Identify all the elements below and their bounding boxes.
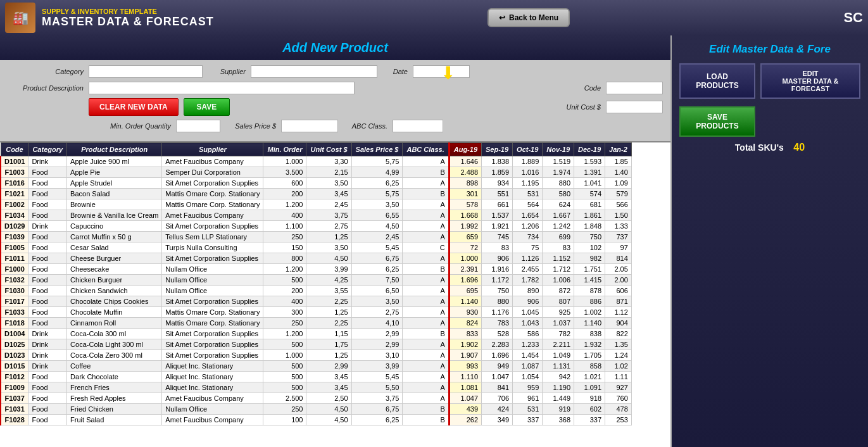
form-row-4: Min. Order Quantity Sales Price $ ABC Cl… bbox=[8, 120, 663, 132]
table-body: D1001DrinkApple Juice 900 mlAmet Faucibu… bbox=[1, 156, 631, 425]
table-row: F1005FoodCesar SaladTurpis Nulla Consult… bbox=[1, 242, 631, 253]
col-min-order: Min. Order bbox=[263, 143, 306, 156]
table-row: D1004DrinkCoca-Cola 300 mlSit Amet Corpo… bbox=[1, 329, 631, 339]
back-arrow-icon: ↩ bbox=[499, 13, 505, 22]
col-oct19: Oct-19 bbox=[513, 143, 543, 156]
col-jan2: Jan-2 bbox=[605, 143, 632, 156]
col-code: Code bbox=[1, 143, 28, 156]
form-row-1: Category Supplier Date bbox=[8, 65, 663, 78]
load-products-button[interactable]: LOAD PRODUCTS bbox=[679, 63, 755, 99]
table-row: F1016FoodApple StrudelSit Amet Corporati… bbox=[1, 178, 631, 189]
app-header: 🏭 SUPPLY & INVENTORY TEMPLATE MASTER DAT… bbox=[0, 0, 868, 35]
edit-panel-title: Edit Master Data & Fore bbox=[679, 43, 860, 56]
col-abc-class: ABC Class. bbox=[403, 143, 449, 156]
products-table: Code Category Product Description Suppli… bbox=[0, 142, 632, 425]
supplier-input[interactable] bbox=[251, 65, 377, 78]
table-row: F1037FoodFresh Red ApplesAmet Faucibus C… bbox=[1, 393, 631, 404]
table-row: F1034FoodBrownie & Vanilla Ice CreamAmet… bbox=[1, 210, 631, 221]
left-panel: Add New Product ⬇ Category Supplier Date… bbox=[0, 35, 672, 447]
col-nov19: Nov-19 bbox=[543, 143, 574, 156]
unit-cost-input[interactable] bbox=[606, 101, 663, 113]
unit-cost-label: Unit Cost $ bbox=[550, 103, 601, 111]
form-row-2: Product Description Code bbox=[8, 82, 663, 94]
sales-price-input[interactable] bbox=[281, 120, 338, 132]
table-row: D1001DrinkApple Juice 900 mlAmet Faucibu… bbox=[1, 156, 631, 167]
col-aug19: Aug-19 bbox=[449, 143, 481, 156]
table-row: D1023DrinkCoca-Cola Zero 300 mlSit Amet … bbox=[1, 350, 631, 361]
edit-master-data-button[interactable]: EDIT MASTER DATA & FORECAST bbox=[760, 63, 860, 99]
products-table-container[interactable]: Code Category Product Description Suppli… bbox=[0, 142, 670, 447]
total-skus-value: 40 bbox=[793, 142, 805, 153]
min-order-input[interactable] bbox=[176, 120, 220, 132]
table-header: Code Category Product Description Suppli… bbox=[1, 143, 631, 156]
table-row: D1015DrinkCoffeeAliquet Inc. Stationary5… bbox=[1, 361, 631, 372]
code-label: Code bbox=[572, 84, 601, 92]
supplier-label: Supplier bbox=[208, 68, 246, 75]
table-row: D1029DrinkCapuccinoSit Amet Corporation … bbox=[1, 221, 631, 232]
table-row: F1003FoodApple PieSemper Dui Corporation… bbox=[1, 167, 631, 178]
sales-price-label: Sales Price $ bbox=[225, 122, 276, 130]
header-center: ↩ Back to Menu bbox=[214, 8, 844, 27]
table-row: F1028FoodFruit SaladAmet Faucibus Compan… bbox=[1, 415, 631, 425]
table-row: F1033FoodChocolate MuffinMattis Ornare C… bbox=[1, 307, 631, 318]
abc-class-label: ABC Class. bbox=[343, 122, 387, 130]
main-container: Add New Product ⬇ Category Supplier Date… bbox=[0, 35, 868, 447]
table-row: F1018FoodCinnamon RollMattis Ornare Corp… bbox=[1, 318, 631, 329]
total-skus-row: Total SKU's 40 bbox=[679, 142, 860, 153]
code-input[interactable] bbox=[606, 82, 663, 94]
category-input[interactable] bbox=[89, 65, 203, 78]
table-row: F1000FoodCheesecakeNullam Office1.2003,9… bbox=[1, 264, 631, 275]
col-dec19: Dec-19 bbox=[574, 143, 605, 156]
col-sep19: Sep-19 bbox=[482, 143, 513, 156]
date-label: Date bbox=[382, 68, 408, 75]
product-desc-input[interactable] bbox=[89, 82, 355, 94]
form-row-3: CLEAR NEW DATA SAVE Unit Cost $ bbox=[8, 98, 663, 116]
col-sales-price: Sales Price $ bbox=[351, 143, 403, 156]
table-row: F1030FoodChicken SandwichNullam Office20… bbox=[1, 286, 631, 296]
product-desc-label: Product Description bbox=[8, 84, 84, 92]
table-row: F1031FoodFried ChickenNullam Office2504,… bbox=[1, 404, 631, 415]
right-panel: Edit Master Data & Fore LOAD PRODUCTS ED… bbox=[672, 35, 868, 447]
table-row: F1017FoodChocolate Chips CookiesSit Amet… bbox=[1, 296, 631, 307]
abc-class-input[interactable] bbox=[393, 120, 443, 132]
save-button[interactable]: SAVE bbox=[184, 98, 230, 116]
table-row: F1012FoodDark ChocolateAliquet Inc. Stat… bbox=[1, 372, 631, 382]
add-product-form: ⬇ Category Supplier Date Product Descrip… bbox=[0, 60, 670, 142]
table-row: F1032FoodChicken BurguerNullam Office500… bbox=[1, 275, 631, 286]
sc-label: SC bbox=[843, 9, 863, 26]
top-buttons-row: LOAD PRODUCTS EDIT MASTER DATA & FORECAS… bbox=[679, 63, 860, 99]
arrow-down-icon: ⬇ bbox=[441, 63, 455, 84]
clear-data-button[interactable]: CLEAR NEW DATA bbox=[89, 98, 179, 116]
col-unit-cost: Unit Cost $ bbox=[306, 143, 351, 156]
total-skus-label: Total SKU's bbox=[735, 142, 784, 153]
table-row: F1021FoodBacon SaladMattis Ornare Corp. … bbox=[1, 189, 631, 199]
table-row: D1025DrinkCoca-Cola Light 300 mlSit Amet… bbox=[1, 339, 631, 350]
table-row: F1009FoodFrench FriesAliquet Inc. Statio… bbox=[1, 382, 631, 393]
table-row: F1011FoodCheese BurguerSit Amet Corporat… bbox=[1, 253, 631, 264]
header-title: SUPPLY & INVENTORY TEMPLATE MASTER DATA … bbox=[42, 8, 214, 28]
col-category: Category bbox=[28, 143, 67, 156]
min-order-label: Min. Order Quantity bbox=[89, 122, 171, 130]
back-to-menu-button[interactable]: ↩ Back to Menu bbox=[487, 8, 570, 27]
app-logo: 🏭 bbox=[5, 3, 35, 33]
save-products-button[interactable]: SAVE PRODUCTS bbox=[679, 106, 755, 137]
table-row: F1039FoodCarrot Muffin x 50 gTellus Sem … bbox=[1, 232, 631, 242]
table-row: F1002FoodBrownieMattis Ornare Corp. Stat… bbox=[1, 199, 631, 210]
add-product-title: Add New Product bbox=[0, 35, 670, 60]
col-supplier: Supplier bbox=[162, 143, 263, 156]
col-product-desc: Product Description bbox=[67, 143, 162, 156]
category-label: Category bbox=[8, 68, 84, 75]
